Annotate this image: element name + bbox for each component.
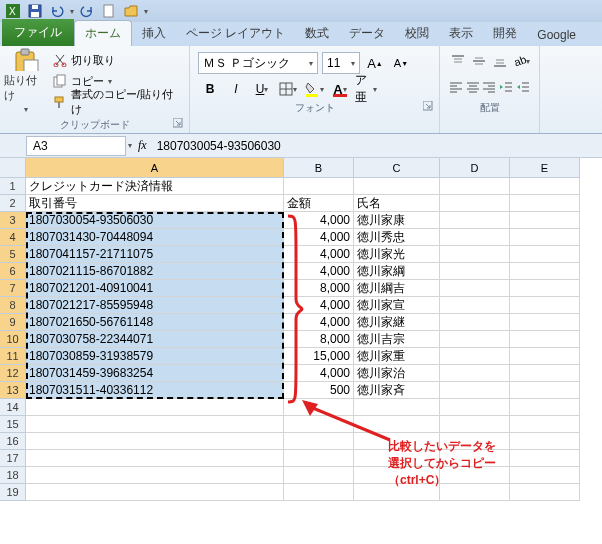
cell[interactable] bbox=[510, 280, 580, 297]
cell[interactable] bbox=[440, 212, 510, 229]
new-doc-icon[interactable] bbox=[100, 2, 118, 20]
row-header[interactable]: 4 bbox=[0, 229, 26, 246]
row-header[interactable]: 14 bbox=[0, 399, 26, 416]
name-box[interactable]: A3 bbox=[26, 136, 126, 156]
row-header[interactable]: 2 bbox=[0, 195, 26, 212]
cell[interactable]: 金額 bbox=[284, 195, 354, 212]
cell[interactable] bbox=[510, 467, 580, 484]
cell[interactable]: 1807031511-40336112 bbox=[26, 382, 284, 399]
cell[interactable]: 1807021201-40910041 bbox=[26, 280, 284, 297]
cell[interactable]: 1807030859-31938579 bbox=[26, 348, 284, 365]
col-header-B[interactable]: B bbox=[284, 158, 354, 178]
cell[interactable] bbox=[510, 382, 580, 399]
cell[interactable]: 徳川吉宗 bbox=[354, 331, 440, 348]
paste-dropdown-icon[interactable]: ▾ bbox=[24, 105, 28, 114]
cell[interactable]: 1807021217-85595948 bbox=[26, 297, 284, 314]
open-icon[interactable] bbox=[122, 2, 140, 20]
row-header[interactable]: 3 bbox=[0, 212, 26, 229]
row-header[interactable]: 12 bbox=[0, 365, 26, 382]
cut-button[interactable]: 切り取り bbox=[49, 50, 185, 70]
cell[interactable] bbox=[510, 433, 580, 450]
cell[interactable] bbox=[510, 212, 580, 229]
namebox-dropdown-icon[interactable]: ▾ bbox=[128, 141, 132, 150]
formula-bar[interactable]: 1807030054-93506030 bbox=[157, 139, 281, 153]
undo-dropdown-icon[interactable]: ▾ bbox=[70, 7, 74, 16]
undo-icon[interactable] bbox=[48, 2, 66, 20]
cell[interactable] bbox=[510, 416, 580, 433]
shrink-font-icon[interactable]: A▼ bbox=[390, 52, 412, 74]
cell[interactable] bbox=[510, 331, 580, 348]
cell[interactable] bbox=[510, 484, 580, 501]
cell[interactable] bbox=[440, 195, 510, 212]
cell[interactable] bbox=[510, 365, 580, 382]
cell[interactable] bbox=[284, 484, 354, 501]
cell[interactable] bbox=[440, 416, 510, 433]
cell[interactable] bbox=[440, 314, 510, 331]
align-left-icon[interactable] bbox=[448, 76, 465, 98]
cell[interactable]: 取引番号 bbox=[26, 195, 284, 212]
cell[interactable] bbox=[440, 229, 510, 246]
row-header[interactable]: 19 bbox=[0, 484, 26, 501]
row-header[interactable]: 18 bbox=[0, 467, 26, 484]
cell[interactable] bbox=[510, 195, 580, 212]
tab-view[interactable]: 表示 bbox=[439, 21, 483, 46]
cell[interactable]: 徳川家継 bbox=[354, 314, 440, 331]
font-color-icon[interactable]: A▾ bbox=[328, 78, 352, 100]
tab-formulas[interactable]: 数式 bbox=[295, 21, 339, 46]
cell[interactable] bbox=[26, 450, 284, 467]
cell[interactable] bbox=[440, 382, 510, 399]
cell[interactable] bbox=[510, 263, 580, 280]
cell[interactable]: 徳川家光 bbox=[354, 246, 440, 263]
redo-icon[interactable] bbox=[78, 2, 96, 20]
row-header[interactable]: 5 bbox=[0, 246, 26, 263]
col-header-D[interactable]: D bbox=[440, 158, 510, 178]
cell[interactable]: 徳川家治 bbox=[354, 365, 440, 382]
phonetic-icon[interactable]: ア亜▾ bbox=[354, 78, 378, 100]
cell[interactable] bbox=[510, 450, 580, 467]
row-header[interactable]: 13 bbox=[0, 382, 26, 399]
tab-page-layout[interactable]: ページ レイアウト bbox=[176, 21, 295, 46]
cell[interactable] bbox=[26, 416, 284, 433]
font-size-selector[interactable]: 11▾ bbox=[322, 52, 360, 74]
cell[interactable]: 徳川綱吉 bbox=[354, 280, 440, 297]
cell[interactable]: 徳川家斉 bbox=[354, 382, 440, 399]
col-header-A[interactable]: A bbox=[26, 158, 284, 178]
paste-button[interactable]: 貼り付け ▾ bbox=[4, 48, 47, 114]
excel-app-icon[interactable]: X bbox=[4, 2, 22, 20]
tab-review[interactable]: 校閲 bbox=[395, 21, 439, 46]
format-painter-button[interactable]: 書式のコピー/貼り付け bbox=[49, 92, 185, 112]
row-header[interactable]: 7 bbox=[0, 280, 26, 297]
fx-icon[interactable]: fx bbox=[138, 138, 147, 153]
tab-data[interactable]: データ bbox=[339, 21, 395, 46]
cell[interactable]: 徳川家宣 bbox=[354, 297, 440, 314]
cell[interactable]: 1807031430-70448094 bbox=[26, 229, 284, 246]
save-icon[interactable] bbox=[26, 2, 44, 20]
cell[interactable] bbox=[510, 178, 580, 195]
tab-developer[interactable]: 開発 bbox=[483, 21, 527, 46]
cell[interactable] bbox=[440, 280, 510, 297]
cell[interactable] bbox=[440, 263, 510, 280]
row-header[interactable]: 10 bbox=[0, 331, 26, 348]
cell[interactable] bbox=[284, 178, 354, 195]
cell[interactable] bbox=[440, 399, 510, 416]
cell[interactable]: 1807021650-56761148 bbox=[26, 314, 284, 331]
row-header[interactable]: 8 bbox=[0, 297, 26, 314]
tab-google[interactable]: Google bbox=[527, 24, 586, 46]
cell[interactable] bbox=[510, 399, 580, 416]
fill-color-icon[interactable]: ▾ bbox=[302, 78, 326, 100]
decrease-indent-icon[interactable] bbox=[498, 76, 515, 98]
row-header[interactable]: 17 bbox=[0, 450, 26, 467]
cell[interactable] bbox=[510, 246, 580, 263]
worksheet-grid[interactable]: A B C D E 1クレジットカード決済情報2取引番号金額氏名31807030… bbox=[0, 158, 602, 501]
col-header-E[interactable]: E bbox=[510, 158, 580, 178]
cell[interactable]: 徳川家重 bbox=[354, 348, 440, 365]
cell[interactable]: 1807031459-39683254 bbox=[26, 365, 284, 382]
cell[interactable] bbox=[26, 484, 284, 501]
cell[interactable]: 徳川家康 bbox=[354, 212, 440, 229]
orientation-icon[interactable]: ab▾ bbox=[510, 50, 531, 72]
cell[interactable] bbox=[440, 297, 510, 314]
cell[interactable] bbox=[510, 297, 580, 314]
italic-icon[interactable]: I bbox=[224, 78, 248, 100]
cell[interactable] bbox=[440, 365, 510, 382]
row-header[interactable]: 6 bbox=[0, 263, 26, 280]
